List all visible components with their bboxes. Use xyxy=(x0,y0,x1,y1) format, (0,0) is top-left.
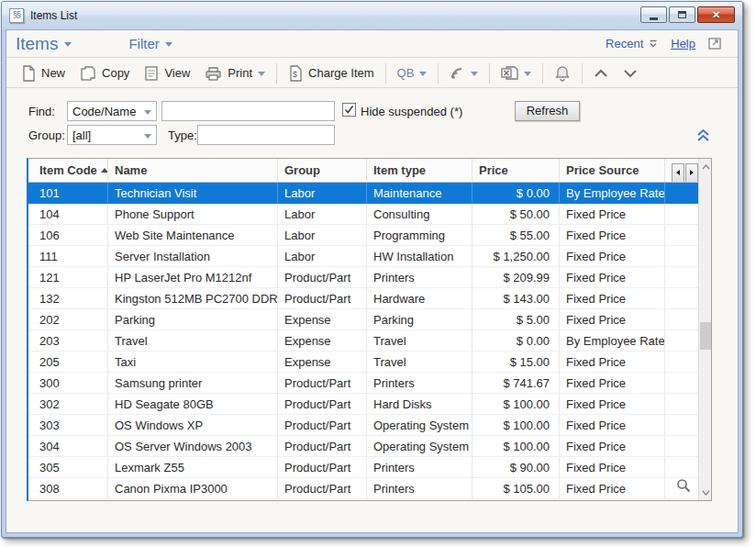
popup-window-icon[interactable] xyxy=(707,36,723,51)
table-row[interactable]: 202ParkingExpenseParking$ 5.00Fixed Pric… xyxy=(28,309,698,330)
chevron-down-icon xyxy=(144,110,151,115)
chevron-down-icon xyxy=(64,42,72,47)
help-link[interactable]: Help xyxy=(671,37,695,50)
cell-type: Travel xyxy=(367,330,472,351)
group-dropdown[interactable]: [all] xyxy=(67,125,157,145)
menu-bar: Items Filter Recent Help xyxy=(6,30,738,58)
print-button[interactable]: Print xyxy=(201,62,269,84)
app-icon[interactable]: §§ xyxy=(9,8,24,23)
table-row[interactable]: 132Kingston 512MB PC2700 DDRProduct/Part… xyxy=(28,288,698,309)
column-header-price-source[interactable]: Price Source xyxy=(560,159,665,182)
find-label: Find: xyxy=(28,105,55,118)
cell-price: $ 105.00 xyxy=(472,478,560,498)
items-list-window: §§ Items List ✕ Items Filter Recent xyxy=(1,1,743,538)
table-body: 101Technician VisitLaborMaintenance$ 0.0… xyxy=(28,183,698,499)
close-icon: ✕ xyxy=(712,9,720,21)
column-header-price[interactable]: Price xyxy=(472,159,560,182)
cell-type: Printers xyxy=(367,478,472,498)
qb-button[interactable]: QB xyxy=(394,63,431,83)
recent-menu[interactable]: Recent xyxy=(606,37,659,50)
find-input[interactable] xyxy=(161,101,335,121)
cell-price: $ 0.00 xyxy=(472,330,560,351)
alerts-button[interactable] xyxy=(550,62,574,84)
cell-group: Labor xyxy=(278,225,367,245)
filter-menu[interactable]: Filter xyxy=(128,36,172,51)
copy-button[interactable]: Copy xyxy=(76,62,133,84)
column-header-item-type[interactable]: Item type xyxy=(367,159,472,182)
view-document-icon xyxy=(144,65,159,82)
table-row[interactable]: 111Server InstallationLaborHW Installati… xyxy=(28,246,698,267)
table-row[interactable]: 302HD Seagate 80GBProduct/PartHard Disks… xyxy=(28,394,698,415)
table-row[interactable]: 300Samsung printerProduct/PartPrinters$ … xyxy=(28,373,698,394)
table-row[interactable]: 305Lexmark Z55Product/PartPrinters$ 90.0… xyxy=(28,457,698,478)
cell-type: Operating System xyxy=(367,415,472,435)
cell-price: $ 15.00 xyxy=(472,352,560,372)
collapse-filter-button[interactable] xyxy=(696,128,710,146)
scroll-down-button[interactable] xyxy=(699,485,712,500)
feed-button[interactable] xyxy=(446,63,482,84)
type-input[interactable] xyxy=(197,125,335,145)
vertical-scrollbar[interactable] xyxy=(698,159,711,500)
new-button[interactable]: New xyxy=(17,62,69,84)
column-header-item-code[interactable]: Item Code xyxy=(28,159,108,182)
cell-group: Expense xyxy=(278,352,367,372)
view-button[interactable]: View xyxy=(140,62,194,84)
close-button[interactable]: ✕ xyxy=(697,6,735,23)
cell-group: Labor xyxy=(278,183,367,203)
sort-ascending-icon xyxy=(101,168,108,173)
cell-source: By Employee Rate xyxy=(560,330,665,351)
hide-suspended-checkbox[interactable] xyxy=(342,103,356,117)
column-header-name[interactable]: Name xyxy=(108,159,278,182)
toolbar-separator xyxy=(438,63,439,84)
chevron-down-icon xyxy=(524,72,531,76)
minimize-button[interactable] xyxy=(640,6,667,23)
chevron-down-icon xyxy=(144,134,151,139)
charge-item-button[interactable]: $ Charge Item xyxy=(284,62,378,84)
cell-price: $ 100.00 xyxy=(472,436,560,456)
cell-name: OS Windows XP xyxy=(108,415,278,435)
scroll-up-button[interactable] xyxy=(699,159,712,174)
cell-group: Product/Part xyxy=(278,373,367,393)
maximize-button[interactable] xyxy=(669,6,695,23)
cell-source: Fixed Price xyxy=(560,415,665,435)
cell-name: Server Installation xyxy=(108,246,278,266)
table-row[interactable]: 101Technician VisitLaborMaintenance$ 0.0… xyxy=(28,183,698,204)
table-row[interactable]: 106Web Site MaintenanceLaborProgramming$… xyxy=(28,225,698,246)
cell-code: 106 xyxy=(28,225,108,245)
window-title: Items List xyxy=(30,9,77,22)
scroll-columns-right-button[interactable] xyxy=(685,163,698,183)
table-row[interactable]: 205TaxiExpenseTravel$ 15.00Fixed Price xyxy=(28,352,698,373)
table-row[interactable]: 121HP LaserJet Pro M1212nfProduct/PartPr… xyxy=(28,267,698,288)
table-row[interactable]: 308Canon Pixma IP3000Product/PartPrinter… xyxy=(28,478,698,499)
cell-source: Fixed Price xyxy=(560,478,665,498)
check-icon xyxy=(344,105,354,115)
cell-source: Fixed Price xyxy=(560,436,665,456)
cell-source: Fixed Price xyxy=(560,373,665,393)
export-excel-button[interactable] xyxy=(497,62,535,84)
column-header-group[interactable]: Group xyxy=(278,159,367,182)
cell-name: Parking xyxy=(108,309,278,329)
items-menu[interactable]: Items xyxy=(16,34,72,54)
previous-item-button[interactable] xyxy=(590,66,612,81)
title-bar[interactable]: §§ Items List ✕ xyxy=(2,2,742,29)
cell-code: 304 xyxy=(28,436,108,456)
excel-icon xyxy=(501,65,518,81)
table-row[interactable]: 303OS Windows XPProduct/PartOperating Sy… xyxy=(28,415,698,436)
chevron-down-icon xyxy=(623,69,638,78)
cell-code: 121 xyxy=(28,267,108,287)
refresh-button[interactable]: Refresh xyxy=(515,101,580,121)
scrollbar-thumb[interactable] xyxy=(700,322,711,350)
table-row[interactable]: 104Phone SupportLaborConsulting$ 50.00Fi… xyxy=(28,204,698,225)
group-label: Group: xyxy=(28,128,65,142)
cell-code: 111 xyxy=(28,246,108,266)
next-item-button[interactable] xyxy=(619,66,641,81)
hide-suspended-label[interactable]: Hide suspended (*) xyxy=(361,105,462,118)
cell-price: $ 100.00 xyxy=(472,394,560,414)
cell-source: Fixed Price xyxy=(560,352,665,372)
table-row[interactable]: 203TravelExpenseTravel$ 0.00By Employee … xyxy=(28,330,698,352)
find-field-dropdown[interactable]: Code/Name xyxy=(67,101,157,121)
cell-price: $ 5.00 xyxy=(472,309,560,329)
scroll-columns-left-button[interactable] xyxy=(672,163,684,183)
table-row[interactable]: 304OS Server Windows 2003Product/PartOpe… xyxy=(28,436,698,457)
search-icon[interactable] xyxy=(676,478,691,497)
